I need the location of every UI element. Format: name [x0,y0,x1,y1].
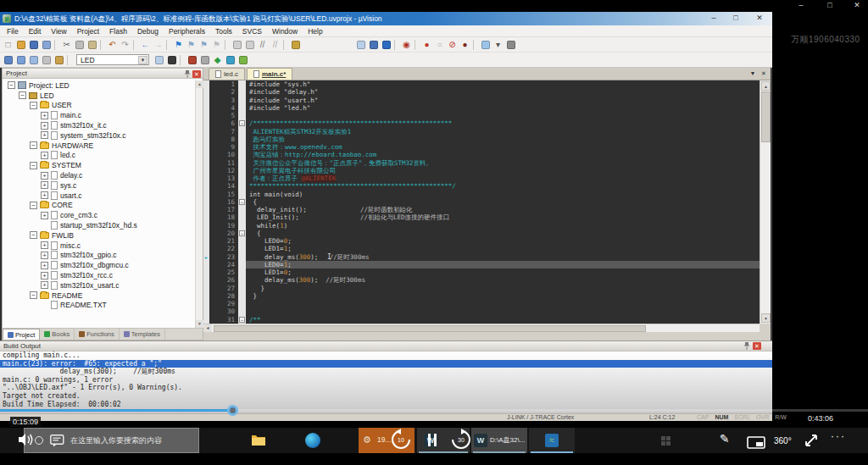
configure-tools-icon[interactable] [504,39,517,51]
expand-toggle-icon[interactable]: − [30,291,37,299]
player-minimize-button[interactable]: – [795,1,807,9]
editor-horizontal-scrollbar[interactable]: ◄ [203,324,760,332]
batch-build-icon[interactable] [40,54,53,66]
target-options-icon[interactable]: ◆ [211,54,224,66]
edge-browser-icon[interactable] [305,433,320,448]
start-debug-session-icon[interactable] [367,39,380,51]
tree-item-led[interactable]: −LED [3,91,196,101]
fold-collapse-icon[interactable]: − [239,199,245,205]
pack-installer-icon[interactable] [236,54,249,66]
redo-icon[interactable]: ↷ [119,39,131,51]
tree-item-readme-txt[interactable]: README.TXT [3,301,196,311]
window-layout-icon[interactable] [479,39,492,51]
save-icon[interactable] [27,39,40,51]
tree-item-stm32f10x-dbgmcu-c[interactable]: +stm32f10x_dbgmcu.c [3,260,196,270]
file-extensions-books-icon[interactable] [224,54,236,66]
window-layout-arrow-icon[interactable]: ▾ [492,39,504,51]
panel-tab-books[interactable]: Books [40,329,75,340]
outdent-icon[interactable] [243,39,256,51]
scroll-up-icon[interactable]: ▲ [761,81,771,91]
build-output-log[interactable]: compiling main.c...main.c(23): error: #6… [0,352,772,414]
tree-item-stm32f10x-rcc-c[interactable]: +stm32f10x_rcc.c [3,270,196,280]
close-document-icon[interactable]: ✕ [760,70,768,77]
document-tab-led-c[interactable]: led.c [209,68,245,80]
uncomment-selection-icon[interactable]: // [269,39,281,51]
fold-collapse-icon[interactable]: − [239,230,245,236]
find-in-files-icon[interactable]: ◉ [400,39,413,51]
expand-toggle-icon[interactable]: + [41,191,48,199]
manage-project-items-icon[interactable] [198,54,211,66]
target-select-dropdown[interactable]: LED ▼ [76,54,149,65]
uvision-minimize-button[interactable]: – [705,12,722,25]
menu-tools[interactable]: Tools [210,25,237,37]
advanced-edit-icon[interactable] [289,39,302,51]
rewind-10-button[interactable]: 10 [390,429,412,451]
open-file-icon[interactable] [14,39,27,51]
tree-item-core-cm3-c[interactable]: +core_cm3.c [3,210,196,220]
navigate-back-icon[interactable]: ← [139,39,152,51]
configure-flash-tools-icon[interactable] [153,54,165,66]
taskbar-item-uvision[interactable]: ≈ [529,428,575,453]
close-icon[interactable]: ✕ [192,70,201,78]
menu-project[interactable]: Project [72,25,104,37]
tree-item-readme[interactable]: −README [3,291,196,301]
build-log-line[interactable]: main.c: 0 warnings, 1 error [0,376,772,385]
tree-item-stm32f10x-gpio-c[interactable]: +stm32f10x_gpio.c [3,251,196,261]
tree-item-hardware[interactable]: −HARDWARE [3,141,196,151]
tree-item-system[interactable]: −SYSTEM [3,160,196,170]
menu-edit[interactable]: Edit [24,25,47,37]
tree-item-delay-c[interactable]: +delay.c [3,170,196,180]
build-log-line[interactable]: Target not created. [0,392,772,401]
tree-item-fwlib[interactable]: −FWLIB [3,230,196,241]
undo-icon[interactable]: ↶ [106,39,119,51]
build-log-line[interactable]: compiling main.c... [0,352,772,360]
tree-item-project-led[interactable]: −Project: LED [3,80,196,91]
menu-help[interactable]: Help [303,25,327,37]
scroll-down-icon[interactable]: ▼ [761,313,771,323]
expand-toggle-icon[interactable]: + [41,122,48,130]
tree-item-usart-c[interactable]: +usart.c [3,191,196,201]
download-to-flash-icon[interactable] [53,54,65,66]
pin-icon[interactable] [183,70,191,78]
scroll-up-icon[interactable]: ▲ [196,80,203,88]
expand-toggle-icon[interactable]: + [41,181,48,189]
tree-item-core[interactable]: −CORE [3,201,196,211]
uvision-maximize-button[interactable]: □ [727,12,744,25]
video-frame[interactable]: µ D:\A盘32\精英板 资料盘(A盘)\4、程序源码\2、标准例程-库函数版… [0,12,772,421]
menu-peripherals[interactable]: Peripherals [164,25,210,37]
edit-pencil-icon[interactable]: ✎ [720,432,730,446]
scrollbar-thumb[interactable] [761,91,771,142]
tree-item-system-stm32f10x-c[interactable]: +system_stm32f10x.c [3,130,196,141]
expand-toggle-icon[interactable]: + [41,131,48,139]
expand-toggle-icon[interactable]: + [41,252,48,259]
editor-vertical-scrollbar[interactable]: ▲ ▼ [760,80,771,324]
tree-item-led-c[interactable]: +led.c [3,151,196,161]
menu-svcs[interactable]: SVCS [237,25,267,37]
navigate-forward-icon[interactable]: → [152,39,164,51]
volume-icon[interactable] [17,432,34,451]
more-options-icon[interactable]: ··· [831,430,846,442]
forward-30-button[interactable]: 30 [450,429,472,451]
close-icon[interactable]: ✕ [753,342,761,350]
panel-tab-project[interactable]: Project [3,329,40,340]
expand-toggle-icon[interactable]: + [41,112,48,119]
document-tab-main-c[interactable]: main.c* [247,68,292,80]
prev-bookmark-icon[interactable]: ⚑ [185,39,198,51]
pause-button[interactable] [428,434,440,446]
next-bookmark-icon[interactable]: ⚑ [198,39,210,51]
build-target-icon[interactable] [14,54,27,66]
player-maximize-button[interactable]: □ [824,1,836,9]
tree-item-startup-stm32f10x-hd-s[interactable]: startup_stm32f10x_hd.s [3,220,196,230]
panel-tab-templates[interactable]: Templates [120,329,165,340]
manage-run-time-environment-icon[interactable] [186,54,198,66]
expand-toggle-icon[interactable]: + [41,262,48,269]
cut-icon[interactable]: ✂ [60,39,73,51]
expand-toggle-icon[interactable]: + [41,152,48,159]
fold-collapse-icon[interactable]: − [239,120,245,126]
expand-toggle-icon[interactable]: − [30,202,37,209]
chevron-down-icon[interactable]: ▼ [138,56,147,64]
paste-icon[interactable] [86,39,98,51]
debug-windows-icon[interactable] [165,54,178,66]
expand-toggle-icon[interactable]: + [41,212,48,219]
tree-item-sys-c[interactable]: +sys.c [3,180,196,191]
